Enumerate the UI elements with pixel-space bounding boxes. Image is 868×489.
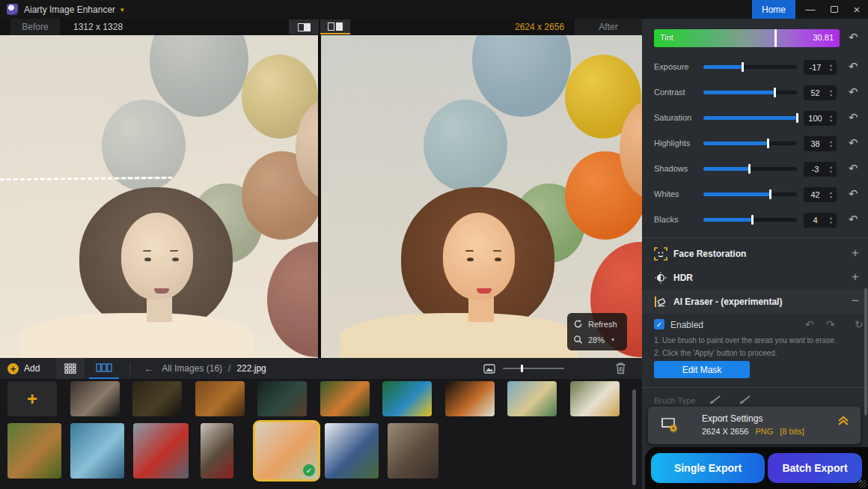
trash-icon[interactable] [615,362,626,374]
exposure-undo-icon[interactable]: ↶ [849,61,858,72]
thumbnail-street-red-truck[interactable] [133,423,189,479]
section-face-restoration[interactable]: Face Restoration + [642,242,868,266]
export-collapse-icon[interactable] [837,415,850,427]
close-button[interactable]: × [846,0,868,19]
thumbnail-snow-car-scene[interactable] [325,423,379,479]
edit-mask-button[interactable]: Edit Mask [654,361,750,378]
contrast-value-box[interactable]: 52▲▼ [804,85,837,100]
saturation-value-box[interactable]: 100▲▼ [804,111,837,126]
step-down-icon[interactable]: ▼ [829,170,833,174]
thumbnail-sepia-portrait[interactable] [388,423,438,479]
saturation-slider[interactable] [703,116,797,120]
highlights-slider[interactable] [703,142,797,145]
thumbnail-motorcycle-costume[interactable] [201,423,233,479]
thumbnail-poster-collage[interactable] [195,381,245,416]
grid-view-button[interactable] [56,358,85,379]
step-up-icon[interactable]: ▲ [829,191,833,195]
saturation-slider-handle[interactable] [796,113,798,123]
whites-stepper[interactable]: ▲▼ [827,191,835,199]
tint-slider[interactable]: Tint 30.81 [654,29,840,47]
whites-value-box[interactable]: 42▲▼ [804,187,837,202]
highlights-slider-handle[interactable] [767,139,769,148]
before-image-canvas[interactable] [0,35,320,358]
section-hdr[interactable]: HDR + [642,266,868,290]
blacks-slider-handle[interactable] [751,215,754,225]
contrast-stepper[interactable]: ▲▼ [827,89,835,97]
add-image-button[interactable]: + Add [7,363,40,374]
contrast-undo-icon[interactable]: ↶ [849,86,858,97]
export-settings-panel[interactable]: Export Settings 2624 X 2656 PNG [8 bits] [648,407,861,444]
shadows-undo-icon[interactable]: ↶ [849,163,858,174]
section-ai-eraser[interactable]: AI Eraser - (experimental) − [642,290,868,314]
compare-mode-split-button[interactable] [289,19,319,34]
shadows-slider[interactable] [703,167,797,171]
thumbnail-balloons-woman[interactable]: ✓ [253,420,320,482]
contrast-slider[interactable] [703,91,797,94]
step-down-icon[interactable]: ▼ [829,119,833,123]
thumbnail-size-handle[interactable] [521,365,523,372]
thumbnail-dark-mountains[interactable] [132,381,182,416]
mask-reset-icon[interactable]: ↻ [855,318,864,330]
thumbnail-children-dresses[interactable] [570,381,620,416]
hdr-expand-icon[interactable]: + [852,270,859,285]
exposure-value-box[interactable]: -17▲▼ [804,60,837,75]
panel-scrollbar[interactable] [864,288,867,416]
zoom-control[interactable]: 28% ▾ [573,335,621,344]
step-up-icon[interactable]: ▲ [829,216,833,220]
blacks-slider[interactable] [703,218,797,222]
step-down-icon[interactable]: ▼ [829,94,833,97]
brush-icon[interactable] [708,395,724,405]
step-up-icon[interactable]: ▲ [829,165,833,169]
gallery-scrollbar[interactable] [632,389,636,485]
step-down-icon[interactable]: ▼ [829,145,833,148]
home-button[interactable]: Home [752,0,795,19]
shadows-slider-handle[interactable] [748,164,751,174]
thumbnail-size-slider[interactable] [503,368,564,369]
saturation-stepper[interactable]: ▲▼ [827,115,835,123]
mask-redo-icon[interactable]: ↷ [826,318,835,330]
mask-undo-icon[interactable]: ↶ [805,318,814,330]
highlights-value-box[interactable]: 38▲▼ [804,136,837,151]
after-tab[interactable]: After [575,19,642,35]
after-image-canvas[interactable]: Refresh 28% ▾ [321,35,642,358]
minimize-button[interactable]: — [799,0,822,19]
enabled-checkbox[interactable]: ✓ [654,319,664,329]
step-down-icon[interactable]: ▼ [829,195,833,199]
collection-label[interactable]: All Images (16) [162,363,222,374]
before-tab[interactable]: Before [10,19,60,35]
whites-slider[interactable] [703,192,797,196]
thumbnail-highland-cow[interactable] [7,423,61,479]
window-resize-grip[interactable] [859,480,867,488]
step-up-icon[interactable]: ▲ [829,89,833,93]
brush-icon[interactable] [738,395,754,405]
tint-undo-icon[interactable]: ↶ [849,31,858,43]
filmstrip-view-button[interactable] [89,358,119,379]
face-restoration-expand-icon[interactable]: + [852,246,859,261]
saturation-undo-icon[interactable]: ↶ [849,112,858,123]
whites-slider-handle[interactable] [769,189,771,199]
back-arrow-icon[interactable]: ← [144,362,154,374]
step-up-icon[interactable]: ▲ [829,64,833,67]
thumbnail-butterfly-orange[interactable] [445,381,495,416]
thumbnail-lake-cave[interactable] [257,381,307,416]
app-menu-chevron-icon[interactable]: ▾ [120,6,124,13]
maximize-button[interactable] [823,0,846,19]
contrast-slider-handle[interactable] [774,88,776,97]
tint-slider-handle[interactable] [774,29,777,47]
batch-export-button[interactable]: Batch Export [768,453,862,483]
thumbnail-macaw-parrot[interactable] [382,381,432,416]
thumbnail-butterfly-dark[interactable] [70,381,120,416]
highlights-undo-icon[interactable]: ↶ [849,137,858,148]
highlights-stepper[interactable]: ▲▼ [827,140,835,148]
thumbnail-boy-orange[interactable] [320,381,370,416]
step-up-icon[interactable]: ▲ [829,140,833,144]
shadows-stepper[interactable]: ▲▼ [827,165,835,174]
compare-mode-sidebyside-button[interactable] [320,19,350,34]
step-down-icon[interactable]: ▼ [829,68,833,72]
shadows-value-box[interactable]: -3▲▼ [804,162,837,177]
step-down-icon[interactable]: ▼ [829,221,833,225]
single-export-button[interactable]: Single Export [651,453,765,483]
exposure-stepper[interactable]: ▲▼ [827,64,835,72]
step-up-icon[interactable]: ▲ [829,115,833,118]
thumbnail-sea-ship[interactable] [70,423,124,479]
